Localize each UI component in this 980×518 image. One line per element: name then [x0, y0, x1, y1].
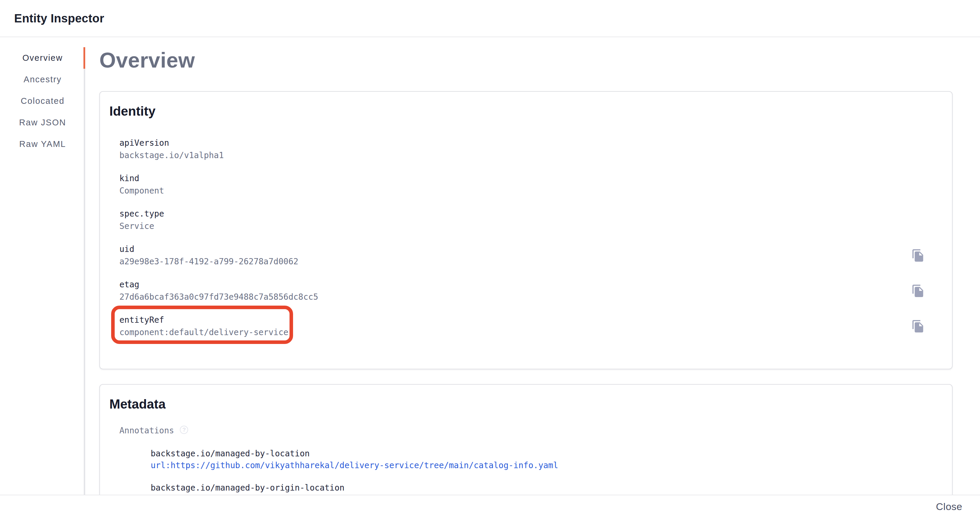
page-title: Overview: [99, 48, 953, 73]
identity-field-row: apiVersion backstage.io/v1alpha1: [119, 137, 941, 161]
identity-field-row: uid a29e98e3-178f-4192-a799-26278a7d0062: [119, 244, 941, 267]
field-value: component:default/delivery-service: [119, 327, 288, 338]
sidebar-tabs: Overview Ancestry Colocated Raw JSON Raw…: [0, 37, 85, 495]
close-button[interactable]: Close: [931, 498, 967, 515]
field-text: spec.type Service: [119, 208, 164, 232]
sidebar-tab-label: Colocated: [21, 96, 65, 106]
field-label: spec.type: [119, 208, 164, 220]
identity-field-row: kind Component: [119, 173, 941, 196]
entity-inspector-dialog: Entity Inspector Overview Ancestry Coloc…: [0, 0, 980, 518]
identity-field-row: etag 27d6a6bcaf363a0c97fd73e9488c7a5856d…: [119, 279, 941, 303]
field-label: uid: [119, 244, 298, 255]
annotations-header: Annotations ?: [119, 425, 941, 436]
sidebar-tab[interactable]: Raw YAML: [0, 133, 85, 155]
annotation-entry: backstage.io/managed-by-origin-location …: [151, 482, 941, 495]
sidebar-tab-label: Overview: [22, 53, 63, 63]
annotation-entry: backstage.io/managed-by-location url:htt…: [151, 448, 941, 471]
identity-field-row: spec.type Service: [119, 208, 941, 232]
sidebar-tab[interactable]: Raw JSON: [0, 112, 85, 133]
field-label: entityRef: [119, 314, 288, 326]
dialog-header: Entity Inspector: [0, 0, 980, 37]
copy-button[interactable]: [911, 284, 925, 298]
field-text: entityRef component:default/delivery-ser…: [119, 314, 288, 338]
field-text: uid a29e98e3-178f-4192-a799-26278a7d0062: [119, 244, 298, 267]
field-text: apiVersion backstage.io/v1alpha1: [119, 137, 224, 161]
sidebar-tab-label: Raw JSON: [19, 118, 66, 128]
copy-icon: [911, 249, 925, 262]
identity-card-title: Identity: [110, 104, 941, 119]
dialog-footer: Close: [0, 495, 980, 518]
field-label: etag: [119, 279, 318, 290]
metadata-card: Metadata Annotations ? backstage.io/mana…: [99, 384, 953, 495]
dialog-title: Entity Inspector: [14, 12, 104, 25]
field-value: a29e98e3-178f-4192-a799-26278a7d0062: [119, 256, 298, 267]
identity-field-row: entityRef component:default/delivery-ser…: [119, 314, 941, 338]
dialog-body: Overview Ancestry Colocated Raw JSON Raw…: [0, 37, 980, 495]
field-value: Component: [119, 185, 164, 196]
help-icon[interactable]: ?: [180, 426, 188, 434]
identity-card: Identity apiVersion backstage.io/v1alpha…: [99, 91, 953, 369]
sidebar-tab[interactable]: Overview: [0, 47, 85, 69]
main-content: Overview Identity apiVersion backstage.i…: [85, 37, 980, 495]
annotations-list: backstage.io/managed-by-location url:htt…: [151, 448, 941, 495]
identity-fields: apiVersion backstage.io/v1alpha1 kind: [119, 137, 941, 338]
annotation-key: backstage.io/managed-by-origin-location: [151, 482, 941, 494]
sidebar-tab-label: Ancestry: [24, 75, 62, 84]
field-label: apiVersion: [119, 137, 224, 149]
copy-icon: [911, 284, 925, 298]
annotation-key: backstage.io/managed-by-location: [151, 448, 941, 459]
field-value: Service: [119, 221, 164, 232]
metadata-card-title: Metadata: [110, 397, 941, 412]
copy-icon: [911, 319, 925, 333]
field-text: etag 27d6a6bcaf363a0c97fd73e9488c7a5856d…: [119, 279, 318, 303]
field-value: backstage.io/v1alpha1: [119, 150, 224, 161]
field-text: kind Component: [119, 173, 164, 196]
annotations-label: Annotations: [119, 425, 174, 436]
field-label: kind: [119, 173, 164, 184]
copy-button[interactable]: [911, 319, 925, 333]
sidebar-tab[interactable]: Colocated: [0, 90, 85, 112]
sidebar-tab-label: Raw YAML: [19, 139, 66, 149]
annotation-value-link[interactable]: url:https://github.com/vikyathharekal/de…: [151, 460, 558, 471]
sidebar-tab[interactable]: Ancestry: [0, 69, 85, 90]
field-value: 27d6a6bcaf363a0c97fd73e9488c7a5856dc8cc5: [119, 292, 318, 303]
copy-button[interactable]: [911, 249, 925, 262]
